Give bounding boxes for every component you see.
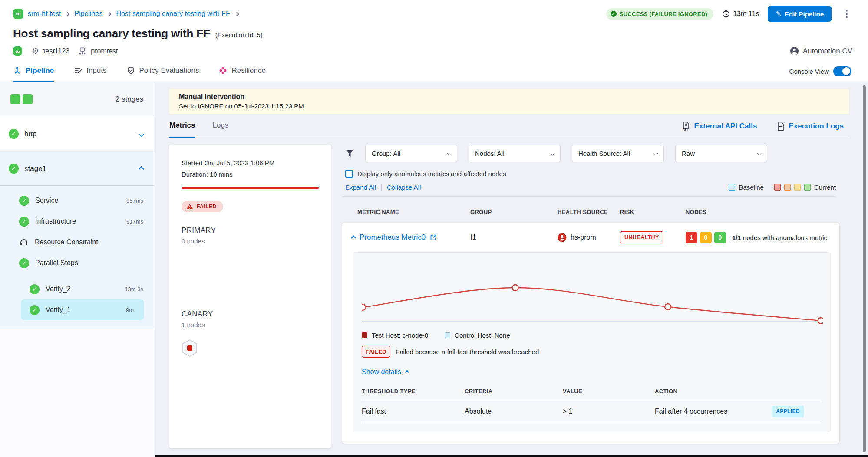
execution-sidebar: 2 stages http stage1 Service 857ms Infra… [0, 82, 154, 457]
step-label: Verify_1 [46, 306, 71, 314]
step-label: Resource Constraint [35, 238, 98, 246]
scrollbar[interactable] [863, 85, 866, 452]
sidebar-step-service[interactable]: Service 857ms [0, 190, 154, 211]
checkbox-unchecked[interactable] [345, 170, 353, 178]
execution-status-text: SUCCESS (FAILURE IGNORED) [620, 11, 708, 17]
criteria-cell: Absolute [465, 408, 563, 415]
tab-metrics[interactable]: Metrics [169, 114, 195, 138]
anomalous-filter-checkbox[interactable]: Display only anomalous metrics and affec… [342, 170, 849, 178]
external-link-icon[interactable] [430, 234, 437, 241]
api-document-icon: API [682, 122, 690, 131]
expand-all-link[interactable]: Expand All [345, 184, 376, 191]
sidebar-step-verify1[interactable]: Verify_1 9m [21, 299, 144, 320]
chevron-up-icon[interactable] [139, 165, 143, 173]
node-hexagon-icon [182, 339, 198, 357]
success-check-icon [611, 11, 617, 17]
chevron-up-icon [405, 370, 409, 374]
more-options-button[interactable] [840, 9, 853, 19]
checkbox-label: Display only anomalous metrics and affec… [357, 170, 506, 178]
collapse-all-link[interactable]: Collapse All [387, 184, 421, 191]
success-check-icon [19, 258, 29, 268]
stage-count: 2 stages [116, 95, 143, 104]
user-avatar-icon [790, 46, 799, 56]
col-group: GROUP [470, 209, 558, 215]
filter-funnel-icon [346, 149, 354, 158]
tab-resilience[interactable]: Resilience [219, 60, 265, 82]
tab-policy-evaluations[interactable]: Policy Evaluations [127, 60, 199, 82]
verification-summary-card: Started On: Jul 5, 2023 1:06 PM Duration… [169, 145, 331, 448]
breadcrumb: srm-hf-test Pipelines Host sampling cana… [0, 0, 868, 22]
canary-node-hexagon[interactable] [182, 339, 199, 357]
failed-badge: FAILED [362, 346, 390, 358]
show-details-link[interactable]: Show details [362, 368, 409, 376]
sidebar-step-verify2[interactable]: Verify_2 13m 3s [0, 279, 154, 299]
health-source-name: hs-prom [571, 233, 596, 241]
step-duration: 13m 3s [125, 286, 143, 293]
nodes-filter-dropdown[interactable]: Nodes: All [469, 145, 561, 162]
chevron-down-icon [757, 151, 762, 156]
document-icon [777, 122, 785, 131]
sidebar-step-resource-constraint[interactable]: Resource Constraint [0, 232, 154, 253]
threshold-type-cell: Fail fast [362, 408, 465, 415]
success-check-icon [30, 305, 40, 315]
execution-logs-link[interactable]: Execution Logs [777, 122, 844, 131]
breadcrumb-project[interactable]: srm-hf-test [28, 10, 61, 18]
metric-card: Prometheus Metric0 f1 hs-prom UNHEALTHY … [342, 223, 839, 444]
breadcrumb-separator-icon [107, 12, 112, 16]
chevron-down-icon[interactable] [139, 130, 143, 138]
col-criteria: CRITERIA [465, 388, 563, 395]
breadcrumb-pipeline-name[interactable]: Host sampling canary testing with FF [116, 10, 230, 18]
execution-status-badge: SUCCESS (FAILURE IGNORED) [606, 8, 714, 20]
metric-name-link[interactable]: Prometheus Metric0 [360, 233, 426, 242]
main-content: Manual Intervention Set to IGNORE on 05-… [154, 82, 868, 457]
sidebar-stage-http[interactable]: http [0, 116, 154, 152]
anomalous-nodes-text: 1/1nodes with anomalous metric [732, 234, 827, 241]
svg-text:API: API [683, 128, 688, 131]
console-view-label: Console View [789, 68, 829, 75]
current-yellow-legend-icon [794, 184, 801, 191]
edit-pipeline-button[interactable]: Edit Pipeline [768, 6, 832, 22]
success-check-icon [9, 164, 19, 174]
collapse-metric-chevron[interactable] [352, 233, 355, 241]
chevron-down-icon [551, 151, 555, 156]
breadcrumb-pipelines[interactable]: Pipelines [74, 10, 102, 18]
group-filter-dropdown[interactable]: Group: All [365, 145, 457, 162]
service-name: test1123 [43, 47, 69, 55]
execution-id: (Execution Id: 5) [215, 31, 263, 39]
success-check-icon [9, 129, 19, 139]
success-check-icon [19, 196, 29, 206]
node-count-amber-badge: 0 [700, 232, 712, 243]
sidebar-step-infrastructure[interactable]: Infrastructure 617ms [0, 211, 154, 232]
harness-logo-icon [13, 9, 23, 19]
data-mode-dropdown[interactable]: Raw [675, 145, 767, 162]
step-label: Parallel Steps [35, 259, 78, 267]
divider [342, 196, 836, 197]
sidebar-step-parallel-steps[interactable]: Parallel Steps [0, 253, 154, 273]
toggle-knob [842, 67, 850, 75]
action-cell: Fail after 4 occurrences [655, 408, 727, 415]
canary-node-count: 1 nodes [182, 321, 319, 329]
primary-group-label: PRIMARY [182, 226, 319, 235]
tab-pipeline[interactable]: Pipeline [13, 60, 54, 82]
control-host-legend-icon [445, 332, 450, 338]
node-count-green-badge: 0 [714, 232, 726, 243]
elapsed-time-text: 13m 11s [733, 10, 759, 18]
tab-logs[interactable]: Logs [213, 114, 229, 138]
resilience-icon [219, 66, 227, 75]
started-on-text: Started On: Jul 5, 2023 1:06 PM [182, 159, 319, 167]
expand-collapse-row: Expand All Collapse All Baseline Current [342, 184, 849, 191]
primary-node-count: 0 nodes [182, 237, 319, 245]
current-red-legend-icon [774, 184, 781, 191]
step-duration: 857ms [126, 197, 143, 204]
chart-legend: Test Host: c-node-0 Control Host: None [362, 332, 822, 339]
tab-inputs[interactable]: Inputs [74, 60, 106, 82]
prometheus-icon [558, 233, 567, 242]
sidebar-stage-stage1[interactable]: stage1 [0, 152, 154, 186]
external-api-calls-link[interactable]: API External API Calls [682, 122, 757, 131]
current-orange-legend-icon [784, 184, 791, 191]
console-view-toggle[interactable] [833, 66, 851, 76]
inputs-icon [74, 66, 82, 75]
environment-name: promtest [91, 47, 118, 55]
metrics-column: Group: All Nodes: All Health Source: All… [342, 145, 849, 448]
health-source-filter-dropdown[interactable]: Health Source: All [572, 145, 664, 162]
